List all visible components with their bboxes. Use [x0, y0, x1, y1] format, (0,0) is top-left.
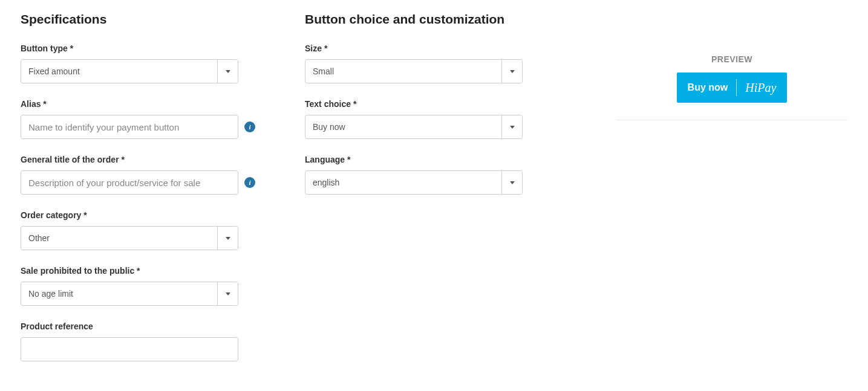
language-field: Language * english: [305, 155, 544, 195]
sale-prohibited-field: Sale prohibited to the public * No age l…: [21, 266, 281, 306]
general-title-input-wrap: [21, 170, 238, 195]
text-choice-caret[interactable]: [501, 115, 522, 138]
sale-prohibited-caret[interactable]: [217, 282, 238, 305]
language-caret[interactable]: [501, 171, 522, 194]
size-caret[interactable]: [501, 60, 522, 83]
sale-prohibited-select[interactable]: No age limit: [21, 282, 238, 306]
chevron-down-icon: [226, 70, 230, 73]
product-reference-input-wrap: [21, 337, 238, 361]
order-category-value: Other: [21, 227, 217, 250]
language-label: Language *: [305, 155, 544, 164]
text-choice-label: Text choice *: [305, 99, 544, 109]
buy-now-button[interactable]: Buy now HiPay: [677, 73, 788, 103]
button-type-select[interactable]: Fixed amount: [21, 59, 238, 83]
chevron-down-icon: [510, 181, 515, 184]
alias-label: Alias *: [21, 99, 281, 109]
product-reference-input[interactable]: [21, 338, 238, 361]
button-type-caret[interactable]: [217, 60, 238, 83]
order-category-label: Order category *: [21, 210, 281, 220]
alias-field: Alias * i: [21, 99, 281, 139]
language-select[interactable]: english: [305, 170, 523, 195]
sale-prohibited-label: Sale prohibited to the public *: [21, 266, 281, 276]
language-value: english: [305, 171, 501, 194]
size-field: Size * Small: [305, 44, 544, 83]
chevron-down-icon: [510, 70, 515, 73]
button-type-value: Fixed amount: [21, 60, 217, 83]
specifications-heading: Specifications: [21, 12, 281, 27]
product-reference-label: Product reference: [21, 322, 281, 331]
order-category-select[interactable]: Other: [21, 226, 238, 250]
chevron-down-icon: [226, 292, 230, 296]
product-reference-field: Product reference: [21, 322, 281, 361]
divider-icon: [736, 79, 737, 96]
button-type-field: Button type * Fixed amount: [21, 44, 281, 83]
text-choice-value: Buy now: [305, 115, 501, 138]
preview-title: PREVIEW: [616, 54, 847, 64]
chevron-down-icon: [226, 237, 230, 240]
order-category-caret[interactable]: [217, 227, 238, 250]
alias-input[interactable]: [21, 115, 238, 138]
size-select[interactable]: Small: [305, 59, 523, 83]
text-choice-field: Text choice * Buy now: [305, 99, 544, 139]
preview-box: Buy now HiPay: [616, 73, 847, 118]
info-icon[interactable]: i: [244, 121, 255, 132]
size-value: Small: [305, 60, 501, 83]
hipay-logo: HiPay: [745, 81, 776, 95]
general-title-input[interactable]: [21, 171, 238, 194]
size-label: Size *: [305, 44, 544, 53]
general-title-label: General title of the order *: [21, 155, 281, 164]
sale-prohibited-value: No age limit: [21, 282, 217, 305]
info-icon[interactable]: i: [244, 177, 255, 188]
chevron-down-icon: [510, 126, 515, 129]
buy-now-text: Buy now: [688, 82, 728, 93]
general-title-field: General title of the order * i: [21, 155, 281, 195]
text-choice-select[interactable]: Buy now: [305, 115, 523, 139]
customization-heading: Button choice and customization: [305, 12, 544, 27]
button-type-label: Button type *: [21, 44, 281, 53]
alias-input-wrap: [21, 115, 238, 139]
order-category-field: Order category * Other: [21, 210, 281, 250]
preview-divider: [616, 120, 847, 120]
